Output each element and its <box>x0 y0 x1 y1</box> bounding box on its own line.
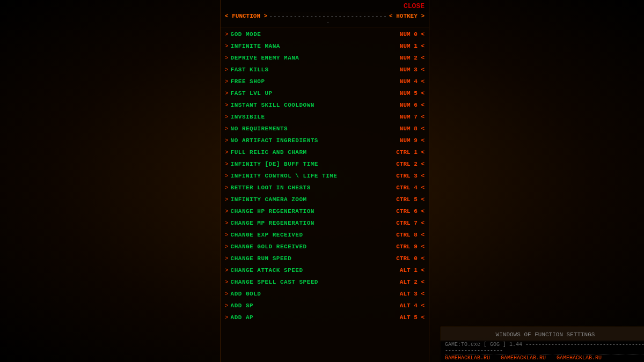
site-link[interactable]: GAMEHACKLAB.RU <box>557 355 602 361</box>
item-name: FAST LVL UP <box>231 90 273 97</box>
arrow-icon: > <box>225 114 229 120</box>
list-item[interactable]: > CHANGE GOLD RECEIVED CTRL 9 < <box>221 241 429 253</box>
close-button[interactable]: CLOSE <box>404 2 425 10</box>
arrow-icon: > <box>225 302 229 309</box>
list-item[interactable]: > BETTER LOOT IN CHESTS CTRL 4 < <box>221 182 429 194</box>
item-name: NO REQUIREMENTS <box>231 125 288 132</box>
item-left: > FAST LVL UP <box>225 90 273 97</box>
item-name: INFINITY CAMERA ZOOM <box>231 196 307 203</box>
list-item[interactable]: > CHANGE SPELL CAST SPEED ALT 2 < <box>221 276 429 288</box>
arrow-icon: > <box>225 31 229 38</box>
list-item[interactable]: > CHANGE HP REGENERATION CTRL 6 < <box>221 205 429 217</box>
item-name: FAST KILLS <box>231 67 269 73</box>
item-left: > FAST KILLS <box>225 67 269 73</box>
arrow-icon: > <box>225 196 229 203</box>
item-left: > ADD GOLD <box>225 291 261 297</box>
item-hotkey: CTRL 2 < <box>396 161 425 167</box>
item-hotkey: NUM 6 < <box>400 102 425 108</box>
item-hotkey: NUM 0 < <box>400 31 425 38</box>
arrow-icon: > <box>225 314 229 321</box>
header-row: < FUNCTION > ---------------------------… <box>221 12 429 27</box>
item-left: > INFINITY CONTROL \ LIFE TIME <box>225 173 337 179</box>
item-left: > CHANGE SPELL CAST SPEED <box>225 279 318 285</box>
list-item[interactable]: > FREE SHOP NUM 4 < <box>221 76 429 87</box>
item-hotkey: CTRL 9 < <box>396 243 425 250</box>
arrow-icon: > <box>225 220 229 226</box>
item-name: ADD GOLD <box>231 291 261 297</box>
list-item[interactable]: > ADD GOLD ALT 3 < <box>221 288 429 300</box>
item-name: CHANGE RUN SPEED <box>231 255 292 262</box>
cheat-panel: CLOSE < FUNCTION > ---------------------… <box>220 0 429 362</box>
item-hotkey: ALT 5 < <box>400 314 425 321</box>
list-item[interactable]: > INFINITY CAMERA ZOOM CTRL 5 < <box>221 194 429 205</box>
item-left: > DEPRIVE ENEMY MANA <box>225 55 299 61</box>
item-hotkey: CTRL 7 < <box>396 220 425 226</box>
item-left: > FREE SHOP <box>225 78 265 85</box>
item-hotkey: CTRL 8 < <box>396 232 425 238</box>
arrow-icon: > <box>225 243 229 250</box>
item-left: > GOD MODE <box>225 31 261 38</box>
items-list: > GOD MODE NUM 0 < > INFINITE MANA NUM 1… <box>221 27 429 324</box>
arrow-icon: > <box>225 184 229 191</box>
item-hotkey: NUM 7 < <box>400 114 425 120</box>
item-left: > CHANGE MP REGENERATION <box>225 220 314 226</box>
item-left: > INFINITY [DE] BUFF TIME <box>225 161 318 167</box>
list-item[interactable]: > INFINITY [DE] BUFF TIME CTRL 2 < <box>221 158 429 170</box>
item-name: INFINITY [DE] BUFF TIME <box>231 161 318 167</box>
arrow-icon: > <box>225 125 229 132</box>
arrow-icon: > <box>225 232 229 238</box>
list-item[interactable]: > DEPRIVE ENEMY MANA NUM 2 < <box>221 52 429 64</box>
arrow-icon: > <box>225 267 229 274</box>
item-hotkey: NUM 5 < <box>400 90 425 97</box>
sites-row: GAMEHACKLAB.RUGAMEHACKLAB.RUGAMEHACKLAB.… <box>445 355 644 361</box>
arrow-icon: > <box>225 255 229 262</box>
arrow-icon: > <box>225 102 229 108</box>
item-left: > INFINITE MANA <box>225 43 280 49</box>
item-name: GOD MODE <box>231 31 261 38</box>
footer-bar: WINDOWS OF FUNCTION SETTINGS <box>441 327 644 342</box>
arrow-icon: > <box>225 208 229 215</box>
list-item[interactable]: > CHANGE ATTACK SPEED ALT 1 < <box>221 264 429 276</box>
list-item[interactable]: > INSTANT SKILL COOLDOWN NUM 6 < <box>221 99 429 111</box>
item-name: INVSIBILE <box>231 114 265 120</box>
arrow-icon: > <box>225 55 229 61</box>
bottom-bar: GAME:TO.exe [ GOG ] 1.44 ---------------… <box>441 341 644 362</box>
arrow-icon: > <box>225 149 229 156</box>
arrow-icon: > <box>225 279 229 285</box>
list-item[interactable]: > ADD AP ALT 5 < <box>221 312 429 323</box>
item-left: > CHANGE GOLD RECEIVED <box>225 243 307 250</box>
item-name: NO ARTIFACT INGREDIENTS <box>231 137 318 144</box>
list-item[interactable]: > FULL RELIC AND CHARM CTRL 1 < <box>221 146 429 158</box>
header-divider: ------------------------------ <box>267 13 389 26</box>
arrow-icon: > <box>225 67 229 73</box>
list-item[interactable]: > NO REQUIREMENTS NUM 8 < <box>221 123 429 135</box>
item-left: > INSTANT SKILL COOLDOWN <box>225 102 314 108</box>
item-hotkey: CTRL 1 < <box>396 149 425 156</box>
item-hotkey: ALT 4 < <box>400 302 425 309</box>
site-link[interactable]: GAMEHACKLAB.RU <box>445 355 490 361</box>
list-item[interactable]: > NO ARTIFACT INGREDIENTS NUM 9 < <box>221 135 429 146</box>
item-left: > BETTER LOOT IN CHESTS <box>225 184 311 191</box>
site-link[interactable]: GAMEHACKLAB.RU <box>501 355 546 361</box>
list-item[interactable]: > GOD MODE NUM 0 < <box>221 28 429 40</box>
list-item[interactable]: > FAST KILLS NUM 3 < <box>221 64 429 76</box>
list-item[interactable]: > CHANGE RUN SPEED CTRL 0 < <box>221 253 429 264</box>
item-hotkey: NUM 8 < <box>400 125 425 132</box>
arrow-icon: > <box>225 90 229 97</box>
arrow-icon: > <box>225 161 229 167</box>
list-item[interactable]: > CHANGE EXP RECEIVED CTRL 8 < <box>221 229 429 241</box>
item-left: > NO REQUIREMENTS <box>225 125 288 132</box>
list-item[interactable]: > CHANGE MP REGENERATION CTRL 7 < <box>221 217 429 229</box>
list-item[interactable]: > INFINITY CONTROL \ LIFE TIME CTRL 3 < <box>221 170 429 182</box>
arrow-icon: > <box>225 78 229 85</box>
item-name: CHANGE HP REGENERATION <box>231 208 314 215</box>
list-item[interactable]: > INFINITE MANA NUM 1 < <box>221 40 429 52</box>
list-item[interactable]: > ADD SP ALT 4 < <box>221 300 429 312</box>
item-hotkey: ALT 3 < <box>400 291 425 297</box>
arrow-icon: > <box>225 137 229 144</box>
item-name: CHANGE SPELL CAST SPEED <box>231 279 318 285</box>
list-item[interactable]: > FAST LVL UP NUM 5 < <box>221 87 429 99</box>
list-item[interactable]: > INVSIBILE NUM 7 < <box>221 111 429 123</box>
item-hotkey: CTRL 5 < <box>396 196 425 203</box>
item-name: INFINITY CONTROL \ LIFE TIME <box>231 173 338 179</box>
